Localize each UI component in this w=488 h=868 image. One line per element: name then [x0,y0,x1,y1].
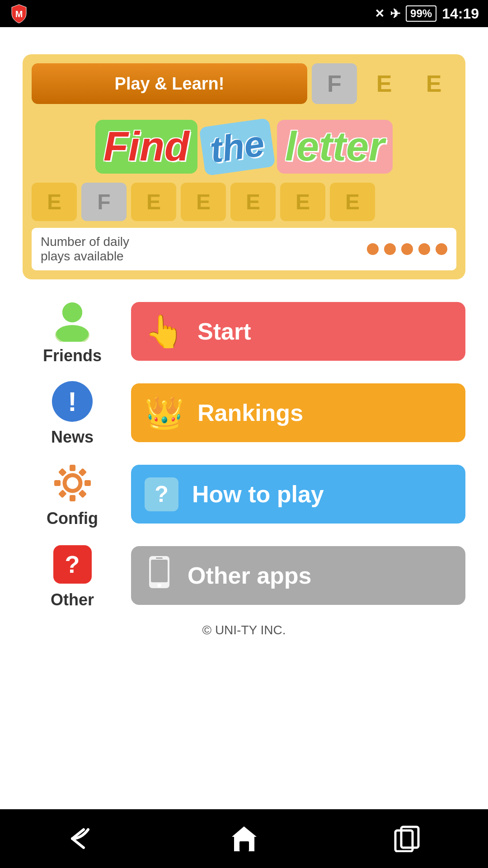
gear-icon [52,462,93,503]
play-learn-button[interactable]: Play & Learn! [32,63,307,104]
svg-rect-8 [84,480,91,486]
back-button[interactable] [63,821,99,857]
daily-plays-text: Number of daily plays available [41,235,129,264]
status-right: ✕ ✈ 99% 14:19 [375,5,479,22]
svg-rect-12 [78,489,87,498]
dot-2 [384,243,396,255]
dots-indicator [367,243,447,255]
find-letter-area: Find the letter [32,111,456,183]
recents-button[interactable] [389,821,425,857]
start-button[interactable]: 👆 Start [131,302,465,361]
crown-icon: 👑 [145,394,184,431]
home-button[interactable] [226,821,262,857]
dot-4 [418,243,430,255]
shield-icon: M [9,4,29,24]
status-left: M [9,4,29,24]
banner-info-bar: Number of daily plays available [32,228,456,270]
bottom-tile-e5: E [280,183,325,221]
svg-rect-18 [156,557,163,559]
main-content: Play & Learn! F E E Find the letter E F … [0,27,488,809]
status-bar: M ✕ ✈ 99% 14:19 [0,0,488,27]
phone-icon [145,555,174,596]
other-apps-button[interactable]: Other apps [131,546,465,605]
svg-rect-9 [58,468,66,476]
copyright-text: © UNI-TY INC. [202,623,286,637]
news-circle: ! [52,381,93,422]
airplane-icon: ✈ [390,6,400,21]
question-mark-icon: ? [145,477,178,511]
svg-rect-7 [54,480,61,486]
tools-icon: ✕ [375,7,385,21]
start-btn-label: Start [197,318,251,345]
other-label: Other [51,590,94,609]
battery-indicator: 99% [406,5,436,22]
friends-label: Friends [43,346,102,365]
letter-tile-e2: E [411,63,456,104]
rankings-btn-label: Rankings [197,399,303,426]
nav-item-news[interactable]: ! News [23,379,122,447]
friends-svg [52,299,93,342]
svg-rect-16 [151,560,168,582]
dot-3 [401,243,413,255]
bottom-nav [0,809,488,868]
other-question-icon: ? [53,545,92,584]
letter-text: letter [277,120,393,174]
svg-rect-20 [239,841,249,851]
svg-rect-5 [70,465,75,471]
svg-point-3 [62,302,82,322]
other-icon: ? [50,542,95,587]
menu-grid: Friends 👆 Start ! News 👑 Rankings [23,297,465,609]
bottom-tile-e3: E [181,183,226,221]
news-icon: ! [50,379,95,424]
bottom-tile-e1: E [32,183,77,221]
svg-rect-11 [58,489,66,498]
bottom-tile-e4: E [230,183,276,221]
svg-text:M: M [15,9,23,19]
bottom-tile-e2: E [131,183,176,221]
bottom-tile-f: F [81,183,127,221]
game-banner: Play & Learn! F E E Find the letter E F … [23,54,465,279]
how-to-play-btn-label: How to play [192,481,324,508]
svg-rect-6 [70,495,75,501]
friends-icon [50,297,95,343]
letter-tile-f: F [312,63,357,104]
config-icon [50,460,95,505]
news-label: News [51,428,94,447]
banner-top-row: Play & Learn! F E E [32,63,456,104]
nav-item-config[interactable]: Config [23,460,122,528]
svg-point-17 [158,584,161,587]
svg-point-14 [66,477,78,489]
nav-item-friends[interactable]: Friends [23,297,122,365]
nav-item-other[interactable]: ? Other [23,542,122,609]
rankings-button[interactable]: 👑 Rankings [131,383,465,442]
letter-tile-e1: E [361,63,407,104]
svg-rect-10 [78,468,87,476]
config-label: Config [47,509,98,528]
time-display: 14:19 [442,5,479,22]
start-hand-icon: 👆 [145,313,184,350]
bottom-tile-e6: E [330,183,375,221]
how-to-play-button[interactable]: ? How to play [131,465,465,524]
dot-1 [367,243,379,255]
the-text: the [199,118,276,176]
dot-5 [436,243,447,255]
find-text: Find [95,120,197,174]
banner-bottom-tiles: E F E E E E E [32,183,456,221]
other-apps-btn-label: Other apps [188,562,312,589]
